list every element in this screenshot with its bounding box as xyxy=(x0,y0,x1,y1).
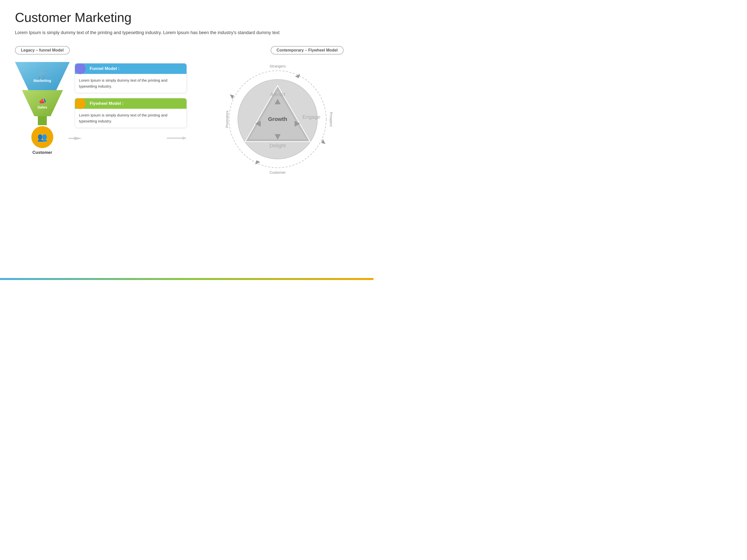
svg-marker-13 xyxy=(230,94,234,99)
marketing-label: Marketing xyxy=(34,78,51,83)
svg-rect-3 xyxy=(69,138,75,139)
prospect-label: Prospect xyxy=(329,112,333,127)
left-arrow xyxy=(69,136,82,142)
page: Customer Marketing Lorem Ipsum is simply… xyxy=(0,0,374,280)
left-section: Legacy – funnel Model xyxy=(15,46,187,177)
growth-label: Growth xyxy=(268,116,287,123)
funnel-customer-circle: 👥 xyxy=(31,126,53,148)
funnel-area: 🛒 Marketing xyxy=(15,62,187,155)
legacy-label: Legacy – funnel Model xyxy=(15,46,70,54)
page-subtitle: Lorem Ipsum is simply dummy text of the … xyxy=(15,29,314,36)
promotors-label: Promotors xyxy=(225,110,229,128)
flywheel-wrapper: Strangers Customer Promotors Prospect At… xyxy=(218,62,337,177)
flywheel-model-box: Flywheel Model : Lorem Ipsum is simply d… xyxy=(75,98,187,128)
svg-marker-10 xyxy=(295,74,300,78)
page-title: Customer Marketing xyxy=(15,10,359,25)
flywheel-circle xyxy=(75,98,86,109)
delight-label: Delight xyxy=(269,142,286,149)
funnel-customer-label: Customer xyxy=(32,150,52,155)
info-boxes: Funnel Model : Lorem Ipsum is simply dum… xyxy=(75,62,187,142)
bottom-bar xyxy=(0,278,374,280)
flywheel-model-body: Lorem Ipsum is simply dummy text of the … xyxy=(75,109,186,128)
customer-icon: 👥 xyxy=(37,132,47,142)
right-section: Contemporary – Flywheel Model xyxy=(187,46,359,177)
funnel-marketing-content: 🛒 Marketing xyxy=(15,62,70,90)
contemporary-label: Contemporary – Flywheel Model xyxy=(271,46,344,54)
funnel-circle xyxy=(75,63,86,74)
svg-marker-12 xyxy=(255,160,260,164)
customer-label: Customer xyxy=(269,170,286,175)
flywheel-model-header: Flywheel Model : xyxy=(75,98,186,109)
funnel-model-title: Funnel Model : xyxy=(86,64,186,74)
engage-label: Engage xyxy=(303,114,320,120)
funnel-sales-content: 📣 Sales xyxy=(22,90,63,116)
attract-label: Attract xyxy=(270,91,285,97)
sales-icon: 📣 xyxy=(38,97,46,105)
funnel-neck xyxy=(38,116,47,125)
content-row: Legacy – funnel Model xyxy=(15,46,359,177)
sales-label: Sales xyxy=(37,105,47,109)
funnel-sales-layer: 📣 Sales xyxy=(22,90,63,116)
funnel-model-header: Funnel Model : xyxy=(75,63,186,74)
funnel-model-body: Lorem Ipsum is simply dummy text of the … xyxy=(75,74,186,93)
right-arrow xyxy=(167,135,187,142)
strangers-label: Strangers xyxy=(269,64,286,68)
svg-rect-5 xyxy=(167,138,184,139)
funnel-model-box: Funnel Model : Lorem Ipsum is simply dum… xyxy=(75,63,187,93)
marketing-icon: 🛒 xyxy=(38,70,47,78)
funnel-visual: 🛒 Marketing xyxy=(15,62,70,155)
funnel-marketing-layer: 🛒 Marketing xyxy=(15,62,70,90)
flywheel-model-title: Flywheel Model : xyxy=(86,99,186,108)
